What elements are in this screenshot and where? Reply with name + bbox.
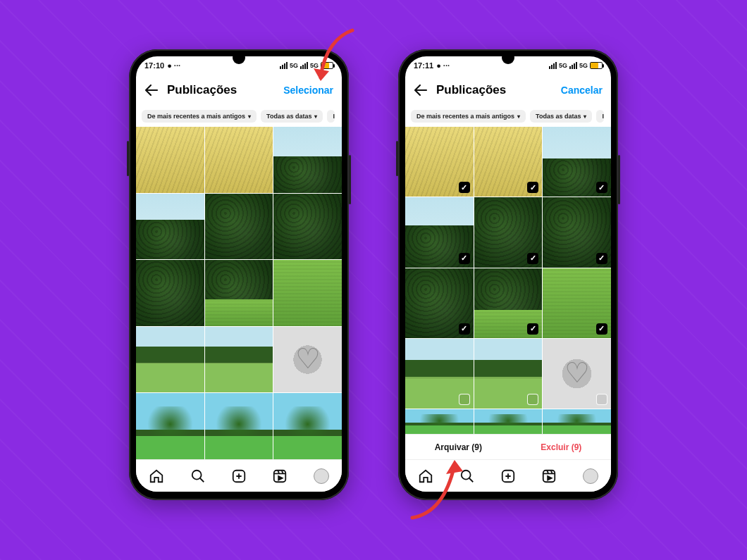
create-icon[interactable]	[500, 468, 516, 484]
post-thumbnail[interactable]	[273, 127, 342, 193]
selection-action-bar: Arquivar (9) Excluir (9)	[405, 434, 611, 459]
post-thumbnail[interactable]	[136, 260, 204, 326]
post-thumbnail[interactable]: ✓	[405, 197, 474, 267]
select-empty-icon[interactable]	[459, 394, 470, 405]
status-dots: ● ···	[436, 61, 450, 70]
home-icon[interactable]	[418, 468, 433, 484]
svg-marker-21	[548, 476, 552, 480]
phone-right: 17:11 ● ··· 5G 5G Publicações Cancelar	[398, 49, 618, 500]
bottom-nav	[405, 459, 611, 492]
post-thumbnail[interactable]	[405, 409, 474, 434]
status-time: 17:11	[414, 61, 433, 70]
cancel-button[interactable]: Cancelar	[561, 85, 603, 96]
post-thumbnail[interactable]	[136, 127, 204, 193]
post-thumbnail[interactable]	[136, 327, 204, 393]
sort-chip[interactable]: De mais recentes a mais antigos ▾	[142, 110, 257, 123]
dates-chip[interactable]: Todas as datas ▾	[530, 110, 592, 123]
chevron-down-icon: ▾	[248, 113, 251, 120]
phone-left: 17:10 ● ··· 5G 5G Publicações Selecionar	[129, 49, 349, 500]
search-icon[interactable]	[190, 468, 206, 484]
post-thumbnail[interactable]	[543, 339, 611, 409]
back-button[interactable]	[412, 82, 429, 99]
post-thumbnail[interactable]	[205, 260, 273, 326]
status-dots: ● ···	[167, 61, 180, 70]
post-thumbnail[interactable]	[405, 339, 474, 409]
selected-check-icon[interactable]: ✓	[596, 323, 607, 335]
post-thumbnail[interactable]	[205, 327, 273, 393]
select-empty-icon[interactable]	[596, 394, 607, 405]
filter-bar: De mais recentes a mais antigos ▾ Todas …	[136, 106, 342, 127]
dates-label: Todas as datas	[536, 113, 581, 120]
back-button[interactable]	[143, 82, 160, 99]
delete-button[interactable]: Excluir (9)	[541, 442, 581, 452]
post-thumbnail[interactable]: ✓	[543, 127, 611, 197]
signal-bars-icon	[549, 62, 557, 69]
page-title: Publicações	[436, 83, 506, 97]
post-thumbnail[interactable]	[205, 127, 273, 193]
post-grid	[136, 127, 342, 459]
archive-button[interactable]: Arquivar (9)	[435, 442, 482, 452]
select-button[interactable]: Selecionar	[283, 85, 333, 96]
post-thumbnail[interactable]	[205, 393, 273, 459]
filter-bar: De mais recentes a mais antigos ▾ Todas …	[405, 106, 611, 127]
screen-right: 17:11 ● ··· 5G 5G Publicações Cancelar	[405, 56, 611, 492]
post-thumbnail[interactable]: ✓	[474, 268, 543, 338]
network-label: 5G	[579, 62, 588, 69]
page-title: Publicações	[167, 83, 237, 97]
post-thumbnail[interactable]	[474, 409, 543, 434]
profile-avatar[interactable]	[314, 468, 329, 484]
post-thumbnail[interactable]: ✓	[543, 268, 611, 338]
post-thumbnail[interactable]	[474, 339, 543, 409]
post-thumbnail[interactable]	[205, 194, 273, 260]
post-thumbnail[interactable]: ✓	[405, 127, 474, 197]
post-thumbnail[interactable]	[273, 393, 342, 459]
battery-icon	[321, 62, 333, 69]
battery-icon	[590, 62, 603, 69]
selected-check-icon[interactable]: ✓	[596, 182, 607, 193]
selected-check-icon[interactable]: ✓	[596, 253, 607, 264]
post-thumbnail[interactable]	[273, 327, 342, 393]
profile-avatar[interactable]	[583, 468, 598, 484]
post-grid-selectable: ✓ ✓ ✓ ✓ ✓ ✓ ✓ ✓ ✓	[405, 127, 611, 434]
home-icon[interactable]	[149, 468, 164, 484]
network-label: 5G	[559, 62, 567, 69]
svg-point-1	[192, 470, 201, 479]
create-icon[interactable]	[231, 468, 247, 484]
front-camera	[504, 54, 512, 62]
post-thumbnail[interactable]	[543, 409, 611, 434]
dates-label: Todas as datas	[266, 113, 311, 120]
post-thumbnail[interactable]	[273, 260, 342, 326]
more-chip[interactable]: I	[327, 110, 335, 123]
network-label: 5G	[310, 62, 319, 69]
select-empty-icon[interactable]	[527, 394, 538, 405]
post-thumbnail[interactable]: ✓	[474, 127, 543, 197]
reels-icon[interactable]	[541, 468, 557, 484]
selected-check-icon[interactable]: ✓	[459, 253, 470, 264]
selected-check-icon[interactable]: ✓	[527, 323, 538, 335]
post-thumbnail[interactable]: ✓	[543, 197, 611, 267]
screen-left: 17:10 ● ··· 5G 5G Publicações Selecionar	[136, 56, 342, 492]
post-thumbnail[interactable]: ✓	[405, 268, 474, 338]
chevron-down-icon: ▾	[517, 113, 520, 120]
sort-chip[interactable]: De mais recentes a mais antigos ▾	[411, 110, 526, 123]
reels-icon[interactable]	[272, 468, 288, 484]
titlebar: Publicações Cancelar	[405, 75, 611, 106]
post-thumbnail[interactable]	[273, 194, 342, 260]
more-chip[interactable]: I	[596, 110, 604, 123]
selected-check-icon[interactable]: ✓	[527, 182, 538, 193]
svg-line-13	[469, 478, 473, 482]
front-camera	[235, 54, 243, 62]
selected-check-icon[interactable]: ✓	[527, 253, 538, 264]
post-thumbnail[interactable]: ✓	[474, 197, 543, 267]
post-thumbnail[interactable]	[136, 194, 204, 260]
selected-check-icon[interactable]: ✓	[459, 323, 470, 335]
chevron-down-icon: ▾	[314, 113, 317, 120]
svg-point-12	[461, 470, 470, 479]
svg-marker-10	[279, 476, 283, 480]
selected-check-icon[interactable]: ✓	[459, 182, 470, 193]
network-label: 5G	[290, 62, 298, 69]
search-icon[interactable]	[459, 468, 475, 484]
post-thumbnail[interactable]	[136, 393, 204, 459]
dates-chip[interactable]: Todas as datas ▾	[261, 110, 323, 123]
signal-bars-icon	[569, 62, 577, 69]
